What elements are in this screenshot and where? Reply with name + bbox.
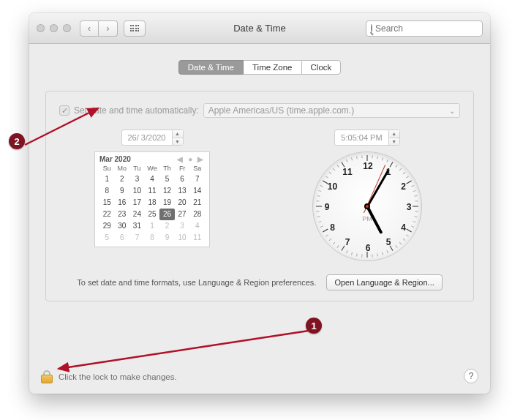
calendar-day[interactable]: 7 [129, 232, 145, 244]
calendar-day[interactable]: 19 [159, 197, 175, 209]
zoom-window-icon[interactable] [63, 24, 71, 32]
calendar-day[interactable]: 28 [189, 209, 205, 220]
show-all-button[interactable] [124, 20, 146, 37]
clock-tick [336, 165, 339, 168]
calendar-day[interactable]: 27 [175, 209, 190, 220]
calendar-day[interactable]: 1 [145, 220, 160, 232]
clock-number: 5 [386, 237, 391, 247]
time-step-up[interactable]: ▲ [389, 130, 399, 138]
calendar-day[interactable]: 12 [159, 185, 175, 197]
calendar-day[interactable]: 4 [189, 220, 205, 232]
clock-tick [415, 211, 418, 211]
calendar-day[interactable]: 5 [159, 173, 175, 185]
calendar-day[interactable]: 31 [129, 220, 145, 232]
calendar-day[interactable]: 7 [189, 173, 205, 185]
clock-tick [346, 160, 348, 162]
calendar-day[interactable]: 11 [189, 232, 205, 244]
window-controls [37, 24, 71, 32]
clock-tick [386, 250, 388, 253]
calendar-day[interactable]: 13 [175, 185, 190, 197]
calendar-day[interactable]: 21 [189, 197, 205, 209]
calendar-day[interactable]: 17 [129, 197, 145, 209]
lock-icon[interactable] [41, 370, 53, 383]
clock-tick [317, 216, 320, 217]
calendar-day[interactable]: 3 [129, 173, 145, 185]
calendar-day[interactable]: 2 [115, 173, 130, 185]
calendar-day[interactable]: 9 [115, 185, 130, 197]
calendar-day[interactable]: 14 [189, 185, 205, 197]
calendar-day[interactable]: 24 [129, 209, 145, 220]
forward-button[interactable]: › [99, 20, 118, 37]
calendar-day[interactable]: 30 [115, 220, 130, 232]
analog-clock[interactable]: PM 121234567891011 [312, 151, 422, 261]
clock-number: 10 [328, 181, 337, 192]
clock-tick [406, 176, 409, 178]
tab-date-time[interactable]: Date & Time [178, 60, 244, 75]
calendar-day[interactable]: 5 [99, 232, 115, 244]
clock-tick [323, 229, 328, 233]
search-field[interactable] [366, 20, 483, 37]
open-language-region-button[interactable]: Open Language & Region... [326, 274, 442, 290]
calendar-dow: Fr [175, 165, 190, 173]
close-window-icon[interactable] [37, 24, 45, 32]
calendar-day[interactable]: 3 [175, 220, 190, 232]
calendar-dow: Su [99, 165, 115, 173]
clock-tick [372, 255, 372, 258]
clock-tick [377, 156, 378, 159]
time-server-dropdown[interactable]: Apple Americas/US (time.apple.com.) ⌄ [203, 103, 460, 118]
calendar-day[interactable]: 23 [115, 209, 130, 220]
date-time-section: ✓ Set date and time automatically: Apple… [45, 91, 474, 301]
calendar-dow: We [145, 165, 160, 173]
preferences-window: ‹ › Date & Time Date & Time Time Zone Cl… [29, 13, 490, 394]
date-step-up[interactable]: ▲ [173, 130, 183, 138]
calendar-day[interactable]: 2 [159, 220, 175, 232]
clock-tick [316, 211, 319, 211]
calendar-day[interactable]: 29 [99, 220, 115, 232]
calendar-nav[interactable]: ◀ ● ▶ [177, 155, 205, 163]
clock-tick [351, 157, 353, 160]
calendar-day[interactable]: 25 [145, 209, 160, 220]
time-stepper-arrows: ▲ ▼ [388, 130, 399, 145]
calendar-day[interactable]: 26 [159, 209, 175, 220]
calendar-day[interactable]: 11 [145, 185, 160, 197]
calendar-day[interactable]: 15 [99, 197, 115, 209]
calendar-day[interactable]: 16 [115, 197, 130, 209]
calendar-day[interactable]: 10 [175, 232, 190, 244]
clock-number: 4 [401, 222, 406, 233]
calendar-day[interactable]: 1 [99, 173, 115, 185]
calendar-day[interactable]: 4 [145, 173, 160, 185]
minimize-window-icon[interactable] [50, 24, 58, 32]
calendar-day[interactable]: 6 [175, 173, 190, 185]
clock-tick [403, 239, 406, 241]
calendar-day[interactable]: 8 [145, 232, 160, 244]
clock-tick [316, 206, 322, 207]
clock-tick [406, 181, 411, 184]
date-stepper[interactable]: 26/ 3/2020 ▲ ▼ [121, 130, 184, 146]
calendar-day[interactable]: 20 [175, 197, 190, 209]
tab-clock[interactable]: Clock [301, 60, 342, 75]
calendar-day[interactable]: 22 [99, 209, 115, 220]
segmented-tabs: Date & Time Time Zone Clock [45, 60, 474, 75]
clock-tick [320, 185, 323, 187]
help-button[interactable]: ? [464, 369, 478, 383]
time-value: 5:05:04 PM [335, 133, 388, 142]
time-step-down[interactable]: ▼ [389, 138, 399, 146]
clock-tick [414, 195, 417, 197]
calendar-day[interactable]: 18 [145, 197, 160, 209]
search-input[interactable] [375, 23, 485, 34]
clock-tick [325, 234, 328, 236]
calendar-day[interactable]: 10 [129, 185, 145, 197]
back-button[interactable]: ‹ [80, 20, 99, 37]
time-stepper[interactable]: 5:05:04 PM ▲ ▼ [334, 130, 399, 146]
annotation-badge-2: 2 [9, 133, 25, 149]
tab-time-zone[interactable]: Time Zone [244, 60, 301, 75]
calendar-day[interactable]: 9 [159, 232, 175, 244]
auto-label: Set date and time automatically: [74, 105, 199, 116]
calendar[interactable]: Mar 2020 ◀ ● ▶ SuMoTuWeThFrSa12345678910… [94, 151, 210, 247]
auto-checkbox[interactable]: ✓ [59, 105, 69, 116]
clock-tick [316, 200, 319, 201]
calendar-day[interactable]: 6 [115, 232, 130, 244]
clock-tick [351, 252, 353, 255]
date-step-down[interactable]: ▼ [173, 138, 183, 146]
calendar-day[interactable]: 8 [99, 185, 115, 197]
